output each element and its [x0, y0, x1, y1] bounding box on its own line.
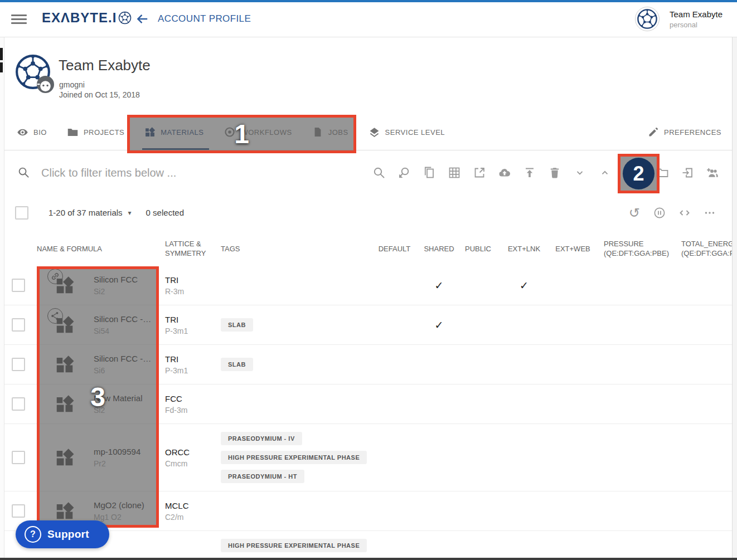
annotation-marker-circle: 2 — [623, 158, 654, 189]
support-button[interactable]: ? Support — [16, 520, 109, 548]
row-checkbox[interactable] — [12, 318, 25, 332]
symmetry-group: C2/m — [165, 513, 215, 522]
page-title: ACCOUNT PROFILE — [158, 13, 251, 25]
lattice-type: TRI — [165, 354, 215, 364]
tags-cell: HIGH PRESSURE EXPERIMENTAL PHASE — [215, 531, 368, 558]
search-icon[interactable] — [372, 166, 386, 179]
extweb-flag — [549, 384, 597, 423]
shared-flag: ✓ — [421, 305, 457, 344]
account-avatar — [635, 7, 660, 31]
pressure-value — [597, 266, 675, 305]
support-label: Support — [47, 528, 89, 540]
table-row[interactable]: HIGH PRESSURE EXPERIMENTAL PHASE — [0, 531, 733, 558]
annotation-number-2: 2 — [633, 162, 644, 186]
total-energy-value — [675, 345, 733, 384]
brand-logo[interactable]: EXΛBYTE.I — [42, 10, 132, 26]
top-accent-strip — [0, 0, 737, 2]
profile-tabs: BIO PROJECTS MATERIALS WORKFLOWS JOBS SE… — [0, 114, 733, 150]
pressure-value — [597, 531, 675, 558]
column-header-pressure[interactable]: PRESSURE(QE:DFT:GGA:PBE) — [597, 239, 675, 258]
extweb-flag — [549, 345, 597, 384]
public-flag — [457, 491, 499, 530]
chevron-up-icon[interactable] — [598, 166, 612, 179]
shared-flag: ✓ — [421, 266, 457, 305]
right-edge-gutter — [732, 37, 737, 560]
window-bottom-edge — [0, 558, 737, 560]
default-flag — [368, 305, 421, 344]
tab-bio[interactable]: BIO — [17, 114, 47, 150]
extweb-flag — [549, 266, 597, 305]
selected-count: 0 selected — [146, 208, 184, 217]
code-icon[interactable] — [678, 206, 691, 220]
brand-ball-icon — [118, 11, 132, 25]
column-header-shared[interactable]: SHARED — [421, 244, 457, 254]
tag-pill: HIGH PRESSURE EXPERIMENTAL PHASE — [221, 539, 367, 552]
column-header-lattice[interactable]: LATTICE &SYMMETRY — [159, 239, 215, 258]
tag-pill: HIGH PRESSURE EXPERIMENTAL PHASE — [221, 451, 367, 464]
filter-input[interactable] — [40, 163, 332, 183]
import-icon[interactable] — [681, 166, 694, 179]
refresh-icon[interactable]: ↺ — [628, 206, 641, 220]
lattice-type: TRI — [165, 315, 215, 324]
total-energy-value — [675, 531, 733, 558]
default-flag — [368, 531, 421, 558]
open-in-new-icon[interactable] — [473, 166, 486, 179]
tags-cell — [215, 266, 368, 305]
column-header-extlnk[interactable]: EXT+LNK — [499, 244, 549, 254]
upload-icon[interactable] — [523, 166, 536, 179]
column-header-public[interactable]: PUBLIC — [457, 244, 499, 254]
more-icon[interactable] — [703, 206, 716, 220]
column-header-total-energy[interactable]: TOTAL_ENERGY(QE:DFT:GGA:PB — [675, 239, 733, 258]
app-window: EXΛBYTE.I ACCOUNT PROFILE Team Exabyte p… — [0, 0, 737, 560]
chevron-down-icon[interactable] — [573, 166, 586, 179]
extlnk-flag — [499, 491, 549, 530]
select-all-checkbox[interactable] — [15, 206, 28, 220]
cloud-upload-icon[interactable] — [498, 166, 511, 179]
back-arrow-icon[interactable] — [135, 12, 149, 26]
search-history-icon[interactable] — [397, 166, 411, 179]
total-energy-value — [675, 384, 733, 423]
folder-icon — [67, 126, 79, 138]
table-grid-icon[interactable] — [448, 166, 461, 179]
default-flag — [368, 266, 421, 305]
add-people-icon[interactable] — [706, 166, 719, 179]
public-flag — [457, 424, 499, 491]
row-checkbox[interactable] — [12, 279, 25, 292]
extlnk-flag — [499, 424, 549, 491]
column-header-default[interactable]: DEFAULT — [368, 244, 421, 254]
copy-icon[interactable] — [423, 166, 436, 179]
tab-service-level[interactable]: SERVICE LEVEL — [368, 114, 445, 150]
row-checkbox[interactable] — [12, 451, 25, 464]
total-energy-value — [675, 266, 733, 305]
default-flag — [368, 384, 421, 423]
row-checkbox[interactable] — [12, 397, 25, 411]
question-icon: ? — [25, 526, 41, 543]
extlnk-flag — [499, 531, 549, 558]
column-header-tags[interactable]: TAGS — [215, 244, 368, 254]
column-header-name[interactable]: NAME & FORMULA — [37, 244, 159, 254]
pause-icon[interactable] — [653, 206, 666, 220]
extweb-flag — [549, 531, 597, 558]
row-checkbox[interactable] — [12, 504, 25, 518]
tab-preferences[interactable]: PREFERENCES — [648, 114, 721, 150]
tab-projects[interactable]: PROJECTS — [67, 114, 124, 150]
pressure-value — [597, 384, 675, 423]
row-checkbox[interactable] — [12, 358, 25, 371]
extweb-flag — [549, 424, 597, 491]
pagination-label[interactable]: 1-20 of 37 materials — [49, 208, 123, 217]
public-flag — [457, 384, 499, 423]
shared-flag — [421, 345, 457, 384]
delete-icon[interactable] — [548, 166, 561, 179]
account-menu[interactable]: Team Exabyte personal — [635, 7, 723, 31]
table-header: NAME & FORMULA LATTICE &SYMMETRY TAGS DE… — [0, 231, 733, 266]
tags-cell — [215, 491, 368, 530]
left-edge-gutter — [0, 37, 4, 560]
shared-flag — [421, 424, 457, 491]
column-header-extweb[interactable]: EXT+WEB — [549, 244, 597, 254]
brand-logo-text: EXΛBYTE.I — [42, 10, 117, 26]
public-flag — [457, 531, 499, 558]
extweb-flag — [549, 491, 597, 530]
menu-icon[interactable] — [11, 12, 27, 27]
pagination-caret-icon[interactable]: ▾ — [128, 209, 132, 217]
profile-avatar — [14, 53, 51, 90]
